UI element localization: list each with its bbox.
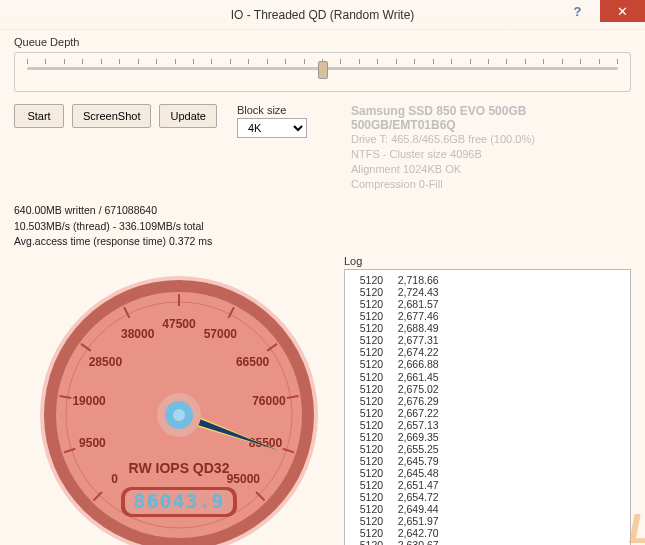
log-box[interactable]: 5120 2,718.66 5120 2,724.43 5120 2,681.5…: [344, 269, 631, 545]
stats-throughput: 10.503MB/s (thread) - 336.109MB/s total: [14, 219, 631, 234]
svg-text:47500: 47500: [162, 317, 196, 331]
svg-text:66500: 66500: [236, 355, 270, 369]
slider-thumb[interactable]: [318, 61, 328, 79]
close-button[interactable]: ✕: [600, 0, 645, 22]
block-size-select[interactable]: 4K: [237, 118, 307, 138]
stats-access-time: Avg.access time (response time) 0.372 ms: [14, 234, 631, 249]
svg-text:57000: 57000: [204, 327, 238, 341]
drive-fs: NTFS - Cluster size 4096B: [351, 147, 631, 162]
stats-written: 640.00MB written / 671088640: [14, 203, 631, 218]
svg-text:28500: 28500: [89, 355, 123, 369]
drive-align: Alignment 1024KB OK: [351, 162, 631, 177]
window-title: IO - Threaded QD (Random Write): [0, 8, 645, 22]
svg-text:9500: 9500: [79, 436, 106, 450]
svg-text:95000: 95000: [227, 472, 261, 486]
svg-text:RW IOPS QD32: RW IOPS QD32: [129, 460, 230, 476]
svg-text:86043.9: 86043.9: [133, 489, 224, 513]
screenshot-button[interactable]: ScreenShot: [72, 104, 151, 128]
help-button[interactable]: ?: [555, 0, 600, 22]
svg-text:38000: 38000: [121, 327, 155, 341]
content-area: Queue Depth Start ScreenShot Update Bloc…: [0, 30, 645, 545]
svg-text:0: 0: [111, 472, 118, 486]
drive-free: Drive T: 465.8/465.6GB free (100.0%): [351, 132, 631, 147]
block-size-label: Block size: [237, 104, 307, 116]
stats-block: 640.00MB written / 671088640 10.503MB/s …: [14, 203, 631, 249]
svg-text:85500: 85500: [249, 436, 283, 450]
iops-gauge: 0950019000285003800047500570006650076000…: [14, 255, 344, 545]
start-button[interactable]: Start: [14, 104, 64, 128]
svg-text:19000: 19000: [72, 394, 106, 408]
queue-depth-slider[interactable]: [14, 52, 631, 92]
update-button[interactable]: Update: [159, 104, 216, 128]
svg-point-34: [173, 409, 185, 421]
title-bar: IO - Threaded QD (Random Write) ? ✕: [0, 0, 645, 30]
drive-title: Samsung SSD 850 EVO 500GB 500GB/EMT01B6Q: [351, 104, 631, 132]
log-label: Log: [344, 255, 631, 267]
drive-comp: Compression 0-Fill: [351, 177, 631, 192]
drive-info: Samsung SSD 850 EVO 500GB 500GB/EMT01B6Q…: [351, 104, 631, 191]
queue-depth-label: Queue Depth: [14, 36, 631, 48]
svg-text:76000: 76000: [252, 394, 286, 408]
